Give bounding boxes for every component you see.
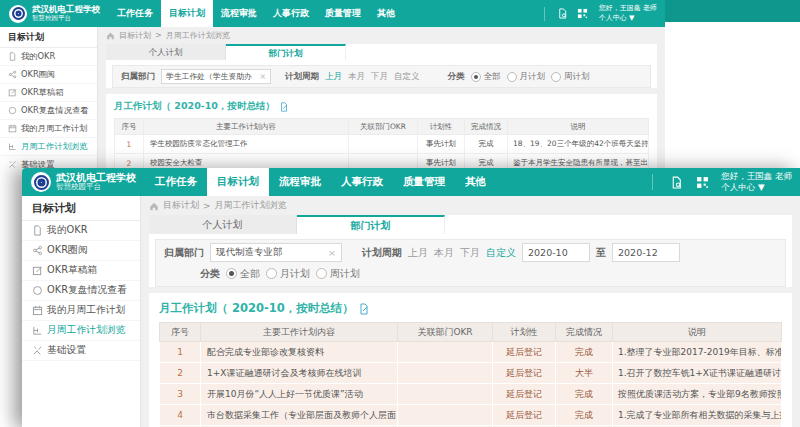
edit-document-icon[interactable] bbox=[279, 102, 289, 112]
sidebar-item-okr-drafts[interactable]: OKR草稿箱 bbox=[22, 261, 140, 281]
category-radio-weekly[interactable]: 周计划 bbox=[316, 267, 360, 281]
platform-name: 智慧校园平台 bbox=[56, 183, 136, 192]
table-cell: 1.召开了数控车铣1+X证书课证融通研讨会2… bbox=[613, 363, 782, 384]
period-option-this-month[interactable]: 本月 bbox=[434, 246, 454, 260]
breadcrumb-current: 月周工作计划浏览 bbox=[166, 30, 230, 41]
nav-item-goal-plans[interactable]: 目标计划 bbox=[161, 0, 213, 27]
breadcrumb-root[interactable]: 目标计划 bbox=[119, 30, 151, 41]
sidebar-item-okr-retro[interactable]: OKR复盘情况查看 bbox=[0, 102, 97, 120]
table-cell: 学生校园防疫常态化管理工作 bbox=[144, 135, 349, 154]
table-cell bbox=[398, 384, 493, 405]
table-row[interactable]: 4市台数据采集工作（专业部层面及教师个人层面）延后登记完成1.完成了专业部所有相… bbox=[160, 405, 782, 426]
nav-item-process-approval[interactable]: 流程审批 bbox=[269, 168, 331, 196]
tab-personal-plan[interactable]: 个人计划 bbox=[149, 215, 297, 234]
table-cell: 1+X课证融通研讨会及考核师在线培训 bbox=[201, 363, 398, 384]
nav-item-process-approval[interactable]: 流程审批 bbox=[213, 0, 265, 27]
user-area: 您好，王国鑫 老师 个人中心 ▼ bbox=[593, 4, 657, 23]
nav-item-other[interactable]: 其他 bbox=[369, 0, 403, 27]
nav-item-work-tasks[interactable]: 工作任务 bbox=[109, 0, 161, 27]
table-row[interactable]: 21+X课证融通研讨会及考核师在线培训延后登记大半1.召开了数控车铣1+X证书课… bbox=[160, 363, 782, 384]
nav-item-work-tasks[interactable]: 工作任务 bbox=[145, 168, 207, 196]
plan-panel: 个人计划 部门计划 归属部门 学生工作处（学生资助办× 计划周期 上月 本月 下… bbox=[106, 44, 657, 88]
period-option-this-month[interactable]: 本月 bbox=[348, 71, 365, 83]
sidebar-item-okr-retro[interactable]: OKR复盘情况查看 bbox=[22, 281, 140, 301]
category-radio-all[interactable]: 全部 bbox=[471, 71, 501, 83]
column-header: 完成情况 bbox=[465, 119, 508, 135]
main-content: 目标计划 > 月周工作计划浏览 个人计划 部门计划 归属部门 现代制造专业部× … bbox=[141, 196, 800, 427]
category-radio-monthly[interactable]: 月计划 bbox=[507, 71, 546, 83]
app-header: 武汉机电工程学校 智慧校园平台 工作任务 目标计划 流程审批 人事行政 质量管理… bbox=[22, 168, 800, 196]
sidebar-item-basic-settings[interactable]: 基础设置 bbox=[22, 341, 140, 361]
qr-code-icon[interactable] bbox=[573, 8, 593, 19]
table-cell: 18、19、20三个年级的42个班每天坚持做好… bbox=[508, 135, 649, 154]
tab-department-plan[interactable]: 部门计划 bbox=[297, 215, 445, 234]
sidebar-item-my-plans[interactable]: 我的月周工作计划 bbox=[22, 301, 140, 321]
header-divider bbox=[652, 174, 653, 190]
sidebar-item-my-plans[interactable]: 我的月周工作计划 bbox=[0, 120, 97, 138]
period-option-next-month[interactable]: 下月 bbox=[460, 246, 480, 260]
radio-icon bbox=[226, 268, 237, 279]
sidebar-item-plan-browse[interactable]: 月周工作计划浏览 bbox=[0, 138, 97, 156]
date-from-input[interactable]: 2020-10 bbox=[522, 243, 590, 262]
table-cell: 完成 bbox=[465, 135, 508, 154]
nav-item-quality[interactable]: 质量管理 bbox=[317, 0, 369, 27]
nav-item-hr-admin[interactable]: 人事行政 bbox=[331, 168, 393, 196]
table-cell: 2 bbox=[160, 363, 201, 384]
table-row[interactable]: 1配合完成专业部诊改复核资料延后登记完成1.整理了专业部2017-2019年目标… bbox=[160, 342, 782, 363]
date-to-input[interactable]: 2020-12 bbox=[612, 243, 680, 262]
clear-icon[interactable]: × bbox=[259, 72, 266, 81]
table-row[interactable]: 1学生校园防疫常态化管理工作事先计划完成18、19、20三个年级的42个班每天坚… bbox=[115, 135, 649, 154]
department-input[interactable]: 学生工作处（学生资助办× bbox=[161, 69, 271, 84]
main-nav: 工作任务 目标计划 流程审批 人事行政 质量管理 其他 bbox=[145, 168, 496, 196]
sidebar-item-plan-browse[interactable]: 月周工作计划浏览 bbox=[22, 321, 140, 341]
column-header: 序号 bbox=[115, 119, 144, 135]
sidebar-item-okr-drafts[interactable]: OKR草稿箱 bbox=[0, 84, 97, 102]
nav-item-quality[interactable]: 质量管理 bbox=[393, 168, 455, 196]
breadcrumb-current: 月周工作计划浏览 bbox=[215, 199, 287, 212]
circle-icon bbox=[32, 285, 43, 296]
table-cell: 延后登记 bbox=[493, 405, 556, 426]
category-label: 分类 bbox=[200, 267, 220, 281]
column-header: 主要工作计划内容 bbox=[201, 323, 398, 342]
tools-icon bbox=[8, 160, 17, 169]
edit-document-icon[interactable] bbox=[358, 303, 370, 315]
sidebar-item-okr-review[interactable]: OKR圈阅 bbox=[22, 241, 140, 261]
user-menu[interactable]: 个人中心 ▼ bbox=[721, 182, 792, 193]
table-cell: 完成 bbox=[556, 342, 613, 363]
sidebar-item-my-okr[interactable]: 我的OKR bbox=[22, 221, 140, 241]
card-title: 月工作计划（ 2020-10，按时总结） bbox=[159, 301, 782, 316]
user-menu[interactable]: 个人中心 ▼ bbox=[599, 14, 657, 23]
department-label: 归属部门 bbox=[164, 246, 204, 260]
clear-icon[interactable]: × bbox=[328, 247, 336, 258]
period-option-custom[interactable]: 自定义 bbox=[394, 71, 420, 83]
period-option-custom[interactable]: 自定义 bbox=[486, 246, 516, 260]
breadcrumb-root[interactable]: 目标计划 bbox=[163, 199, 199, 212]
period-option-last-month[interactable]: 上月 bbox=[408, 246, 428, 260]
nav-item-goal-plans[interactable]: 目标计划 bbox=[207, 168, 269, 196]
tools-icon bbox=[32, 345, 43, 356]
school-logo-icon bbox=[31, 172, 51, 192]
file-gear-icon[interactable] bbox=[663, 176, 689, 189]
sidebar-item-okr-review[interactable]: OKR圈阅 bbox=[0, 66, 97, 84]
filter-box: 归属部门 学生工作处（学生资助办× 计划周期 上月 本月 下月 自定义 分类 全… bbox=[112, 65, 651, 88]
table-cell bbox=[398, 405, 493, 426]
tab-personal-plan[interactable]: 个人计划 bbox=[106, 44, 226, 60]
category-radio-monthly[interactable]: 月计划 bbox=[266, 267, 310, 281]
nav-item-hr-admin[interactable]: 人事行政 bbox=[265, 0, 317, 27]
calendar-icon bbox=[32, 305, 43, 316]
sidebar-title: 目标计划 bbox=[0, 27, 97, 48]
sidebar-item-my-okr[interactable]: 我的OKR bbox=[0, 48, 97, 66]
nav-item-other[interactable]: 其他 bbox=[455, 168, 496, 196]
table-row[interactable]: 3开展10月份“人人上好一节优质课”活动延后登记完成按照优质课活动方案，专业部9… bbox=[160, 384, 782, 405]
department-input[interactable]: 现代制造专业部× bbox=[210, 243, 342, 262]
category-radio-all[interactable]: 全部 bbox=[226, 267, 260, 281]
period-option-next-month[interactable]: 下月 bbox=[371, 71, 388, 83]
header-right: 您好，王国鑫 老师 个人中心 ▼ bbox=[642, 168, 800, 196]
column-header: 关联部门OKR bbox=[349, 119, 418, 135]
tab-department-plan[interactable]: 部门计划 bbox=[226, 44, 346, 60]
qr-code-icon[interactable] bbox=[689, 176, 715, 189]
sidebar: 目标计划 我的OKR OKR圈阅 OKR草稿箱 OKR复盘情况查看 我的月周工作… bbox=[22, 196, 141, 427]
file-gear-icon[interactable] bbox=[553, 8, 573, 19]
category-radio-weekly[interactable]: 周计划 bbox=[551, 71, 590, 83]
period-option-last-month[interactable]: 上月 bbox=[325, 71, 342, 83]
